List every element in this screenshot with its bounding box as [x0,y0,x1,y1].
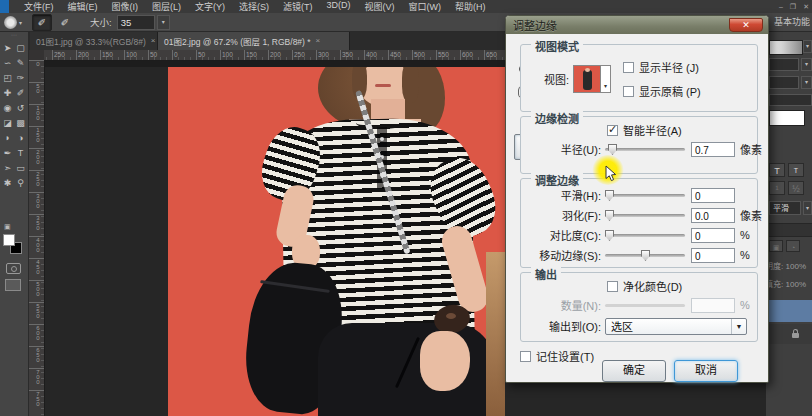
shift-edge-value-input[interactable]: 0 [691,248,735,263]
opacity-value[interactable]: 100% [786,262,806,271]
faux-italic-button[interactable]: T [788,163,804,177]
default-swatches-icon[interactable]: ▣ [4,223,11,231]
layer-row[interactable] [766,324,812,344]
fill-row[interactable]: 填充: 100% [765,278,806,289]
foreground-color-swatch[interactable] [3,234,15,246]
radius-slider[interactable] [605,143,685,155]
feather-slider[interactable] [605,209,685,221]
menu-item[interactable]: 图像(I) [105,0,146,13]
radius-value-input[interactable]: 0.7 [691,142,735,157]
smooth-slider[interactable] [605,189,685,201]
antialias-dropdown[interactable]: 平滑 [769,201,801,215]
slider-thumb[interactable] [605,210,614,221]
smart-radius-checkbox[interactable] [607,125,618,136]
feather-value-input[interactable]: 0.0 [691,208,735,223]
fraction-button[interactable]: ½ [788,181,804,195]
screen-mode-button[interactable] [5,279,21,291]
menu-item[interactable]: 图层(L) [145,0,188,13]
eraser-tool-icon[interactable]: ◪ [1,116,14,131]
blur-tool-icon[interactable]: ◗ [1,131,14,146]
color-swatch-white[interactable] [769,110,805,126]
fill-value[interactable]: 100% [786,280,806,289]
brush-tool-icon[interactable]: ✐ [14,86,27,101]
show-original-checkbox[interactable] [623,86,634,97]
decontaminate-colors-checkbox[interactable] [607,281,618,292]
shift-edge-slider[interactable] [605,249,685,261]
show-radius-checkbox[interactable] [623,62,634,73]
brush-preset-icon[interactable] [4,16,17,29]
superscript-button[interactable]: ¹ [769,181,785,195]
chevron-down-icon[interactable]: ▾ [803,201,812,215]
maximize-icon[interactable]: ❐ [790,3,796,11]
chevron-down-icon[interactable]: ▾ [803,40,812,53]
panel-dropdown[interactable] [769,58,799,71]
clone-stamp-tool-icon[interactable]: ◉ [1,101,14,116]
tab-document-1[interactable]: 01图1.jpg @ 33.3%(RGB/8#) × [30,31,158,50]
radius-slider-thumb[interactable] [608,144,617,155]
chevron-down-icon[interactable]: ▾ [801,58,812,71]
workspace-switcher[interactable]: 基本功能 [774,15,810,28]
view-mode-thumbnail[interactable] [573,65,601,93]
gradient-swatch[interactable] [769,40,803,55]
slider-thumb[interactable] [641,250,650,261]
faux-bold-button[interactable]: T [769,163,785,177]
lock-all-button[interactable]: ◔ [786,240,800,252]
layers-panel-header[interactable] [766,223,812,237]
slider-thumb[interactable] [605,190,614,201]
panel-dropdown[interactable] [769,76,799,89]
refine-radius-brush-button[interactable]: ✐ [32,14,52,31]
opacity-row[interactable]: 不透明度: 100% [765,260,806,271]
contrast-slider[interactable] [605,229,685,241]
ok-button[interactable]: 确定 [602,360,666,382]
marquee-tool-icon[interactable]: ▢ [14,41,27,56]
cancel-button[interactable]: 取消 [674,360,738,382]
smooth-value-input[interactable]: 0 [691,188,735,203]
shape-tool-icon[interactable]: ▭ [14,161,27,176]
contrast-value-input[interactable]: 0 [691,228,735,243]
tab-document-2-active[interactable]: 01图2.jpg @ 67.2% (图层 1, RGB/8#) * × [158,31,350,50]
dodge-tool-icon[interactable]: ◑ [14,131,27,146]
menu-item[interactable]: 3D(D) [320,0,358,13]
pen-tool-icon[interactable]: ✒ [1,146,14,161]
type-tool-icon[interactable]: T [14,146,27,161]
menu-item[interactable]: 帮助(H) [448,0,493,13]
chevron-down-icon[interactable]: ▾ [19,19,22,26]
dialog-close-button[interactable]: ✕ [729,18,763,32]
gradient-tool-icon[interactable]: ▩ [14,116,27,131]
chevron-down-icon[interactable]: ▾ [801,76,812,89]
hand-tool-icon[interactable]: ✱ [1,176,14,191]
menu-item[interactable]: 选择(S) [232,0,276,13]
output-to-dropdown[interactable]: 选区 ▼ [605,318,747,335]
eyedropper-tool-icon[interactable]: ✑ [14,71,27,86]
menu-item[interactable]: 编辑(E) [61,0,105,13]
history-brush-tool-icon[interactable]: ↺ [14,101,27,116]
menu-item[interactable]: 窗口(W) [402,0,449,13]
close-icon[interactable]: ✕ [803,3,809,11]
lasso-tool-icon[interactable]: ∽ [1,56,14,71]
slider-thumb[interactable] [605,230,614,241]
canvas-photo[interactable] [168,67,505,416]
tab-close-icon[interactable]: × [151,36,156,45]
brush-size-input[interactable]: 35 [117,15,155,30]
healing-brush-tool-icon[interactable]: ✚ [1,86,14,101]
quick-mask-button[interactable] [6,263,21,274]
menu-item[interactable]: 文字(Y) [188,0,232,13]
panel-field[interactable] [769,94,812,106]
crop-tool-icon[interactable]: ◰ [1,71,14,86]
quick-selection-tool-icon[interactable]: ✎ [14,56,27,71]
minimize-icon[interactable]: – [779,3,783,10]
menu-item[interactable]: 文件(F) [17,0,61,13]
menu-item[interactable]: 视图(V) [358,0,402,13]
erase-refinements-button[interactable]: ✐ [56,15,74,30]
panel-grip[interactable]: ⋯ [0,31,28,39]
selected-layer-row[interactable] [766,300,812,322]
path-selection-tool-icon[interactable]: ➣ [1,161,14,176]
lock-transparent-button[interactable]: ▣ [769,240,783,252]
menu-item[interactable]: 滤镜(T) [276,0,320,13]
zoom-tool-icon[interactable]: ⚲ [14,176,27,191]
move-tool-icon[interactable]: ➤ [1,41,14,56]
tab-close-icon[interactable]: × [316,36,321,45]
remember-settings-checkbox[interactable] [520,351,531,362]
size-dropdown-icon[interactable]: ▾ [157,15,170,30]
chevron-down-icon[interactable]: ▾ [601,65,611,93]
